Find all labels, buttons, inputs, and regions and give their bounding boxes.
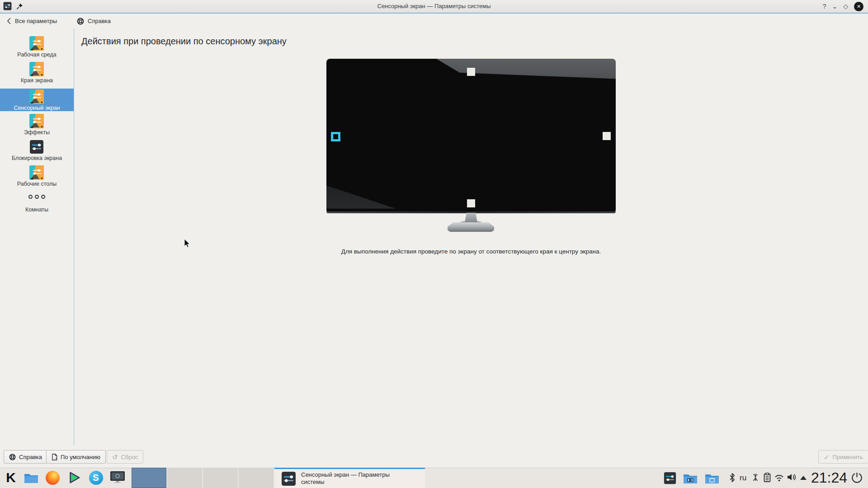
power-icon[interactable] (851, 472, 863, 484)
sidebar-item-screen-edges[interactable]: Края экрана (0, 61, 74, 84)
virtual-desktop-pager (132, 468, 274, 488)
toolbar: Все параметры Справка (0, 14, 868, 28)
firefox-launcher[interactable] (45, 470, 60, 485)
touch-screen-preview-monitor (326, 59, 616, 213)
lifebuoy-icon (9, 454, 16, 460)
sidebar-item-touch-screen[interactable]: Сенсорный экран (0, 89, 74, 111)
sidebar-divider (74, 28, 74, 445)
undo-icon: ↺ (112, 454, 118, 460)
checkmark-icon: ✓ (824, 454, 830, 460)
workspace-theme-icon (29, 36, 44, 51)
kde-logo-icon: K (6, 470, 16, 485)
taskbar-task-system-settings[interactable]: Сенсорный экран — Параметры системы (274, 468, 425, 488)
skype-launcher[interactable]: S (89, 470, 103, 485)
display-icon (110, 471, 125, 484)
apply-button[interactable]: ✓ Применить (818, 450, 868, 464)
instruction-text: Для выполнения действия проведите по экр… (313, 248, 629, 255)
window-close-button[interactable]: ✕ (854, 2, 863, 11)
sidebar-item-effects[interactable]: Эффекты (0, 113, 74, 136)
taskbar (0, 468, 868, 488)
desktop-effects-icon (29, 114, 44, 128)
folder-icon (24, 471, 39, 484)
pager-desktop-1[interactable] (132, 468, 166, 488)
clock[interactable]: 21:24 (809, 469, 849, 486)
sidebar-item-activities[interactable]: Комнаты (0, 190, 74, 213)
edge-target-left-active[interactable] (331, 132, 340, 141)
clipboard-icon[interactable] (763, 473, 771, 483)
all-settings-label: Все параметры (15, 18, 57, 24)
tray-folder-video-icon[interactable] (683, 472, 698, 484)
window-maximize-button[interactable]: ◇ (843, 1, 848, 12)
document-revert-icon (52, 454, 57, 460)
help-button[interactable]: Справка (4, 450, 47, 464)
bluetooth-icon[interactable] (729, 473, 736, 483)
pager-desktop-4[interactable] (239, 468, 274, 488)
keyboard-layout-indicator[interactable]: ru (740, 474, 746, 483)
screen-edges-icon (29, 62, 44, 76)
window-help-button[interactable]: ? (823, 1, 826, 12)
screen-locking-icon (29, 140, 44, 154)
system-settings-icon[interactable] (3, 2, 12, 10)
monitor-glare-bottom (326, 59, 616, 213)
edge-target-right[interactable] (603, 132, 611, 140)
tray-system-settings-icon[interactable] (664, 472, 676, 484)
lifebuoy-icon (77, 18, 84, 25)
all-settings-back-button[interactable]: Все параметры (3, 14, 61, 28)
virtual-desktops-icon (29, 165, 44, 180)
pager-desktop-2[interactable] (167, 468, 202, 488)
edge-target-top[interactable] (467, 68, 475, 76)
system-settings-icon (281, 471, 296, 486)
touch-screen-icon (29, 89, 44, 104)
skype-icon: S (89, 471, 103, 485)
sidebar-item-virtual-desktops[interactable]: Рабочие столы (0, 164, 74, 187)
task-title: Сенсорный экран — Параметры системы (301, 471, 390, 486)
window-title: Сенсорный экран — Параметры системы (0, 0, 868, 13)
window-minimize-button[interactable]: ⌄ (832, 1, 837, 12)
tray-folder-trash-icon[interactable] (704, 472, 720, 484)
page-title: Действия при проведении по сенсорному эк… (81, 36, 287, 47)
volume-icon[interactable] (787, 473, 797, 482)
monitor-glare (326, 59, 616, 213)
mouse-cursor (183, 239, 192, 249)
play-icon (67, 471, 81, 484)
defaults-button[interactable]: По умолчанию (46, 450, 106, 464)
expand-tray-button[interactable] (800, 476, 807, 480)
back-chevron-icon (6, 17, 11, 25)
kde-menu-button[interactable]: K (4, 470, 18, 485)
firefox-icon (46, 471, 60, 485)
toolbar-help-button[interactable]: Справка (73, 14, 114, 28)
edge-target-bottom[interactable] (467, 199, 475, 207)
reset-button[interactable]: ↺ Сброс (107, 450, 143, 464)
sidebar-item-workspace-theme[interactable]: Рабочая среда (0, 35, 74, 58)
file-manager-launcher[interactable] (24, 470, 38, 485)
monitor-stand-neck (465, 213, 477, 222)
pager-desktop-3[interactable] (203, 468, 238, 488)
sidebar-item-screen-locking[interactable]: Блокировка экрана (0, 139, 74, 161)
toolbar-help-label: Справка (88, 18, 111, 24)
wifi-icon[interactable] (774, 474, 784, 482)
display-settings-launcher[interactable] (110, 470, 125, 485)
pin-icon[interactable] (16, 3, 23, 10)
close-icon: ✕ (857, 4, 861, 9)
monitor-stand-base (448, 222, 494, 232)
antenna-icon[interactable] (751, 474, 760, 482)
media-player-launcher[interactable] (67, 470, 81, 485)
activities-icon (0, 195, 74, 199)
